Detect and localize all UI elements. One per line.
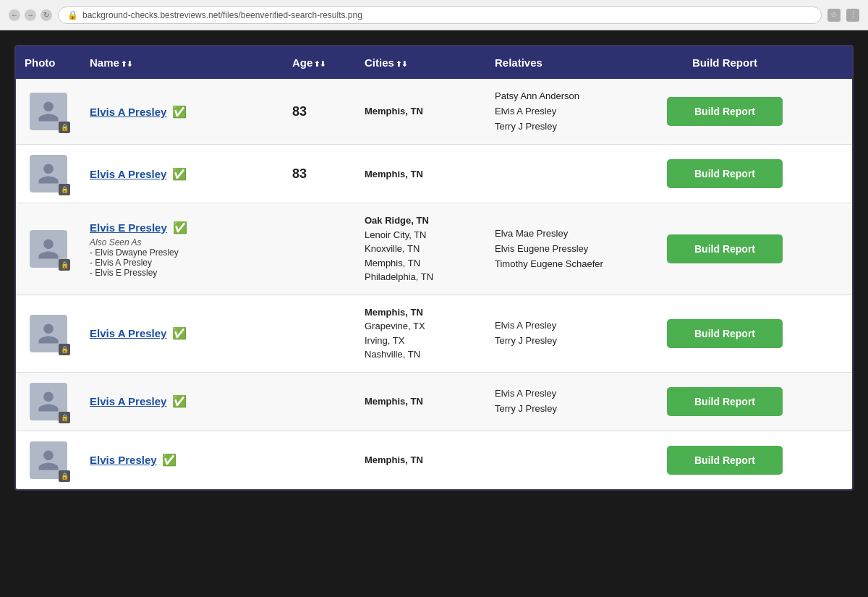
person-icon: [36, 237, 61, 261]
relatives-cell: Elva Mae Presley Elvis Eugene Pressley T…: [486, 216, 652, 281]
cities-cell: Oak Ridge, TN Lenoir City, TN Knoxville,…: [356, 203, 486, 295]
name-cell: Elvis A Presley ✅: [81, 157, 284, 191]
avatar: 🔒: [30, 93, 67, 130]
photo-cell: 🔒: [16, 373, 81, 431]
table-row: 🔒 Elvis A Presley ✅ Memphis, TN Grapevin…: [16, 295, 852, 373]
person-name-link[interactable]: Elvis A Presley: [90, 395, 166, 407]
also-seen-item: - Elvis E Pressley: [90, 268, 275, 278]
cities-cell: Memphis, TN: [356, 384, 486, 419]
verified-icon: ✅: [172, 327, 187, 339]
primary-city: Oak Ridge, TN: [365, 215, 429, 226]
table-row: 🔒 Elvis E Presley ✅ Also Seen As - Elvis…: [16, 203, 852, 295]
person-icon: [36, 389, 61, 414]
person-icon: [36, 321, 61, 346]
age-cell: [284, 391, 356, 412]
primary-city: Memphis, TN: [365, 106, 423, 117]
results-table: Photo Name⬆⬇ Age⬆⬇ Cities⬆⬇ Relatives Bu…: [14, 45, 854, 491]
verified-icon: ✅: [172, 395, 187, 407]
build-report-button[interactable]: Build Report: [667, 446, 783, 475]
lock-icon: 🔒: [59, 470, 70, 482]
cities-cell: Memphis, TN: [356, 443, 486, 478]
age-cell: 83: [284, 156, 356, 192]
table-row: 🔒 Elvis A Presley ✅ Memphis, TN Elvis A …: [16, 373, 852, 431]
lock-icon: 🔒: [67, 10, 78, 20]
cities-cell: Memphis, TN: [356, 157, 486, 192]
star-icon[interactable]: ☆: [827, 9, 841, 22]
browser-icons: ☆ ⋮: [827, 9, 859, 22]
lock-icon: 🔒: [59, 259, 70, 271]
header-photo: Photo: [16, 46, 81, 79]
build-report-button[interactable]: Build Report: [667, 97, 783, 126]
back-btn[interactable]: ←: [9, 9, 20, 21]
table-row: 🔒 Elvis A Presley ✅ 83 Memphis, TN Patsy…: [16, 79, 852, 145]
person-name-link[interactable]: Elvis A Presley: [90, 106, 166, 118]
avatar: 🔒: [30, 441, 67, 479]
forward-btn[interactable]: →: [25, 9, 36, 21]
url-bar[interactable]: 🔒 background-checks.bestreviews.net/file…: [58, 7, 822, 24]
person-name-link[interactable]: Elvis Presley: [90, 454, 157, 466]
person-icon: [36, 161, 61, 186]
name-cell: Elvis A Presley ✅: [81, 95, 284, 129]
avatar: 🔒: [30, 383, 67, 420]
name-cell: Elvis Presley ✅: [81, 443, 284, 477]
name-sort-icon: ⬆⬇: [121, 60, 132, 68]
build-report-button[interactable]: Build Report: [667, 159, 783, 188]
build-report-button[interactable]: Build Report: [667, 234, 783, 263]
avatar: 🔒: [30, 315, 67, 352]
primary-city: Memphis, TN: [365, 396, 423, 407]
page-wrapper: Photo Name⬆⬇ Age⬆⬇ Cities⬆⬇ Relatives Bu…: [0, 30, 868, 505]
age-cell: 83: [284, 94, 356, 130]
build-report-cell: Build Report: [652, 227, 797, 271]
build-report-button[interactable]: Build Report: [667, 319, 783, 348]
url-text: background-checks.bestreviews.net/files/…: [82, 10, 362, 20]
header-age[interactable]: Age⬆⬇: [284, 46, 356, 79]
relatives-cell: [486, 164, 652, 184]
browser-bar: ← → ↻ 🔒 background-checks.bestreviews.ne…: [0, 0, 868, 30]
verified-icon: ✅: [172, 168, 187, 180]
build-report-button[interactable]: Build Report: [667, 387, 783, 416]
relatives-cell: Patsy Ann Anderson Elvis A Presley Terry…: [486, 79, 652, 144]
name-cell: Elvis A Presley ✅: [81, 384, 284, 418]
person-icon: [36, 448, 61, 473]
avatar: 🔒: [30, 230, 67, 268]
photo-cell: 🔒: [16, 431, 81, 489]
primary-city: Memphis, TN: [365, 169, 423, 179]
table-header: Photo Name⬆⬇ Age⬆⬇ Cities⬆⬇ Relatives Bu…: [16, 46, 852, 79]
relatives-cell: [486, 450, 652, 470]
menu-icon[interactable]: ⋮: [846, 9, 859, 22]
primary-city: Memphis, TN: [365, 454, 423, 465]
cities-sort-icon: ⬆⬇: [396, 60, 407, 68]
avatar: 🔒: [30, 155, 67, 192]
lock-icon: 🔒: [59, 122, 70, 133]
browser-controls: ← → ↻: [9, 9, 52, 21]
lock-icon: 🔒: [59, 184, 70, 195]
build-report-cell: Build Report: [652, 312, 797, 355]
also-seen-item: - Elvis Dwayne Presley: [90, 247, 275, 258]
cities-cell: Memphis, TN: [356, 94, 486, 129]
photo-cell: 🔒: [16, 305, 81, 363]
person-name-link[interactable]: Elvis E Presley: [90, 221, 167, 234]
relatives-cell: Elvis A Presley Terry J Presley: [486, 376, 652, 427]
age-cell: [284, 239, 356, 259]
photo-cell: 🔒: [16, 145, 81, 203]
header-name[interactable]: Name⬆⬇: [81, 46, 284, 79]
header-cities[interactable]: Cities⬆⬇: [356, 46, 486, 79]
table-row: 🔒 Elvis A Presley ✅ 83 Memphis, TN Build…: [16, 145, 852, 203]
lock-icon: 🔒: [59, 344, 70, 355]
also-seen-item: - Elvis A Presley: [90, 258, 275, 268]
age-cell: [284, 323, 356, 344]
verified-icon: ✅: [162, 454, 176, 466]
build-report-cell: Build Report: [652, 90, 797, 133]
lock-icon: 🔒: [59, 412, 70, 423]
build-report-cell: Build Report: [652, 152, 797, 195]
table-row: 🔒 Elvis Presley ✅ Memphis, TN Build Repo…: [16, 431, 852, 489]
photo-cell: 🔒: [16, 82, 81, 140]
photo-cell: 🔒: [16, 220, 81, 278]
person-name-link[interactable]: Elvis A Presley: [90, 327, 166, 339]
header-build-report: Build Report: [652, 46, 797, 79]
verified-icon: ✅: [173, 221, 187, 234]
name-cell: Elvis A Presley ✅: [81, 316, 284, 350]
person-name-link[interactable]: Elvis A Presley: [90, 168, 166, 180]
refresh-btn[interactable]: ↻: [41, 9, 52, 21]
verified-icon: ✅: [172, 106, 187, 118]
